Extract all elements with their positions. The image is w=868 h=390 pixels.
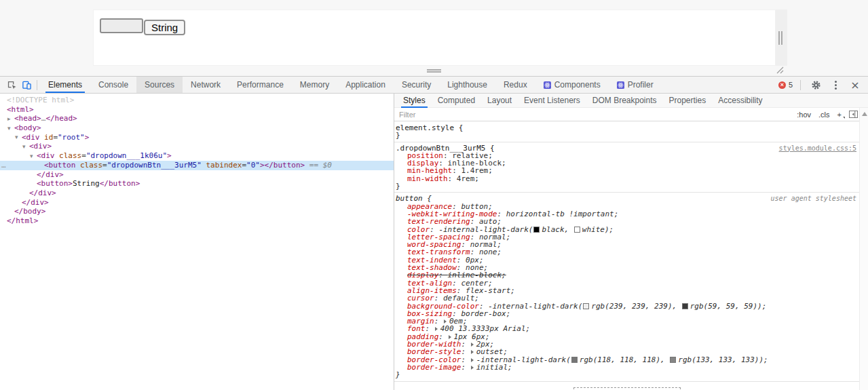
tab-network[interactable]: Network <box>183 77 229 93</box>
collapse-arrow-icon[interactable]: ▾ <box>7 124 11 134</box>
tab-redux[interactable]: Redux <box>495 77 535 93</box>
sidebar-tab-event-listeners[interactable]: Event Listeners <box>518 94 586 108</box>
tab-profiler[interactable]: Profiler <box>609 77 662 93</box>
css-property-name: min-width <box>407 174 448 183</box>
inspect-element-icon[interactable] <box>4 77 19 92</box>
elements-tree-row[interactable]: </div> <box>0 189 394 198</box>
elements-tree-row[interactable]: <html> <box>0 105 394 115</box>
expand-shorthand-icon[interactable] <box>471 366 474 370</box>
css-rule: .dropdownBtn___3urM5 {styles.module.css:… <box>394 142 859 193</box>
close-devtools-icon[interactable]: × <box>848 77 863 92</box>
tab-sources[interactable]: Sources <box>136 77 183 93</box>
tab-components[interactable]: Components <box>535 77 609 93</box>
string-button[interactable]: String <box>144 20 185 35</box>
sidebar-tab-styles[interactable]: Styles <box>397 94 432 108</box>
app: String ElementsConsoleSourcesNetworkPerf… <box>0 0 868 390</box>
css-semicolon: ; <box>614 210 619 218</box>
color-swatch-icon[interactable] <box>574 227 580 233</box>
toggle-hov[interactable]: :hov <box>797 111 811 119</box>
elements-tree-row[interactable]: <button>String</button> <box>0 179 394 189</box>
kebab-menu-icon[interactable] <box>828 77 843 92</box>
css-declaration[interactable]: min-width: 4rem; <box>396 175 856 182</box>
expand-shorthand-icon[interactable] <box>471 343 474 347</box>
color-swatch-icon[interactable] <box>571 357 578 363</box>
toolbar-separator <box>37 80 37 90</box>
collapse-arrow-icon[interactable]: ▾ <box>30 152 33 161</box>
elements-tree-row-selected[interactable]: …<button class="dropdownBtn___3urM5" tab… <box>0 161 394 170</box>
code-token: <button <box>44 161 75 170</box>
expand-arrow-icon[interactable]: ▸ <box>7 115 11 124</box>
expand-shorthand-icon[interactable] <box>444 319 447 324</box>
styles-filter-input[interactable] <box>394 109 797 120</box>
tab-elements[interactable]: Elements <box>40 77 90 93</box>
expand-shorthand-icon[interactable] <box>471 350 474 354</box>
elements-tree-row[interactable]: </div> <box>0 170 394 180</box>
expand-shorthand-icon[interactable] <box>471 358 474 362</box>
tab-lighthouse[interactable]: Lighthouse <box>439 77 495 93</box>
tab-memory[interactable]: Memory <box>292 77 337 93</box>
collapse-arrow-icon[interactable]: ▾ <box>15 133 18 142</box>
sidebar-tab-properties[interactable]: Properties <box>663 94 713 108</box>
css-semicolon: ; <box>508 363 512 372</box>
more-actions-ellipsis[interactable]: … <box>1 161 7 170</box>
color-swatch-icon[interactable] <box>583 303 589 309</box>
sidebar-tab-accessibility[interactable]: Accessibility <box>712 94 768 108</box>
css-property-value: white) <box>582 225 609 234</box>
new-style-rule-button[interactable]: + <box>837 111 842 119</box>
css-property-value: rgb(59, 59, 59)) <box>690 302 762 311</box>
elements-tree-row[interactable]: ▾<div class="dropdown___1k06u"> <box>0 151 394 161</box>
css-selector[interactable]: element.style { <box>396 124 856 132</box>
css-rule-close-brace: } <box>396 132 856 139</box>
resize-grip-icon[interactable] <box>775 65 785 75</box>
styles-rules: element.style {}.dropdownBtn___3urM5 {st… <box>394 122 859 382</box>
elements-tree-row[interactable]: </body> <box>0 207 394 216</box>
stylesheet-source-link[interactable]: styles.module.css:5 <box>779 144 856 152</box>
elements-tree-row[interactable]: </div> <box>0 198 394 208</box>
color-swatch-icon[interactable] <box>670 357 676 363</box>
css-semicolon: ; <box>609 225 614 234</box>
code-token: id <box>40 133 54 142</box>
code-token: tabindex <box>202 161 242 170</box>
elements-tree-row[interactable]: ▾<div> <box>0 142 394 151</box>
css-semicolon: ; <box>763 355 768 364</box>
tab-performance[interactable]: Performance <box>229 77 292 93</box>
device-toolbar-icon[interactable] <box>19 77 34 92</box>
toggle-sidebar-icon[interactable] <box>847 107 859 122</box>
dropdown-button[interactable] <box>100 18 143 33</box>
tab-application[interactable]: Application <box>337 77 394 93</box>
elements-tree-row[interactable]: ▸<head>…</head> <box>0 114 394 123</box>
tab-console[interactable]: Console <box>90 77 136 93</box>
sidebar-tab-dom-breakpoints[interactable]: DOM Breakpoints <box>586 94 663 108</box>
code-token: <div <box>37 151 55 160</box>
code-token: <head> <box>14 114 41 123</box>
tab-label: Performance <box>237 80 284 90</box>
color-swatch-icon[interactable] <box>682 303 688 309</box>
css-property-value: border-box <box>461 309 506 318</box>
css-declaration[interactable]: border-image: initial; <box>396 364 856 371</box>
code-token: <html> <box>7 105 34 114</box>
tab-security[interactable]: Security <box>394 77 439 93</box>
settings-gear-icon[interactable] <box>808 77 823 92</box>
vertical-drag-handle-icon[interactable] <box>778 31 782 45</box>
code-token: <!DOCTYPE html> <box>7 96 74 104</box>
elements-tree-row[interactable]: ▾<div id="root"> <box>0 133 394 142</box>
styles-scrollbar[interactable] <box>859 108 868 390</box>
sidebar-tab-layout[interactable]: Layout <box>481 94 518 108</box>
collapse-arrow-icon[interactable]: ▾ <box>22 142 26 152</box>
elements-tree-row[interactable]: <!DOCTYPE html> <box>0 96 394 105</box>
error-badge[interactable]: × 5 <box>778 81 793 89</box>
sidebar-tab-computed[interactable]: Computed <box>432 94 481 108</box>
expand-shorthand-icon[interactable] <box>449 335 451 339</box>
devtools-splitter-handle-icon[interactable] <box>427 69 441 73</box>
css-colon: : <box>461 363 470 372</box>
code-token: </div> <box>22 198 49 207</box>
expand-shorthand-icon[interactable] <box>435 327 438 331</box>
elements-tree-row[interactable]: ▾<body> <box>0 123 394 133</box>
react-devtools-icon <box>617 81 624 89</box>
color-swatch-icon[interactable] <box>533 227 540 233</box>
toggle-cls[interactable]: .cls <box>818 111 830 119</box>
code-token: "dropdown___1k06u" <box>86 151 167 160</box>
elements-tree-row[interactable]: </html> <box>0 216 394 226</box>
css-property-value: initial <box>476 363 508 372</box>
scroll-up-arrow-icon[interactable] <box>862 112 867 116</box>
